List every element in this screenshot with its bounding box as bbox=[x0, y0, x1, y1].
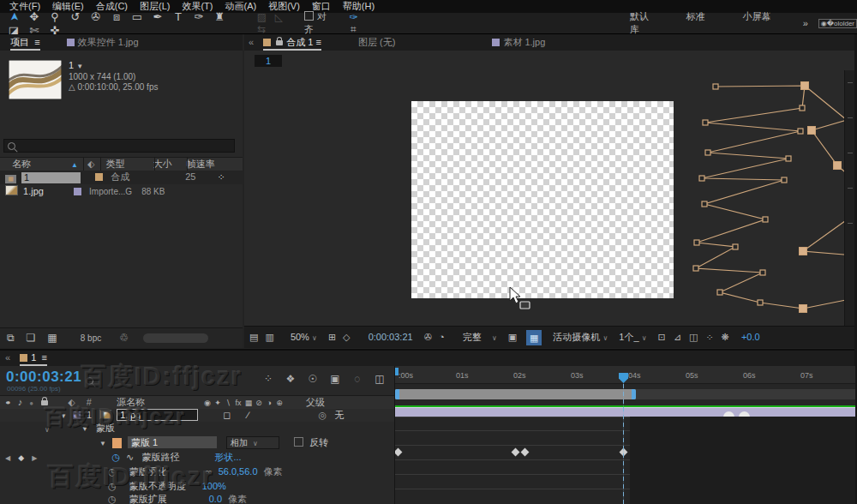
workspace-item[interactable]: 小屏幕 bbox=[724, 10, 790, 23]
camera-tool-icon[interactable]: ✇ bbox=[86, 10, 106, 23]
layer-switches[interactable]: ◻ ∕ bbox=[223, 410, 255, 420]
camera-dropdown[interactable]: 活动摄像机 ∨ bbox=[553, 332, 608, 342]
label-color[interactable] bbox=[95, 173, 103, 181]
layer-expander[interactable]: ▼ bbox=[60, 412, 67, 420]
collapse-icon[interactable]: « bbox=[249, 37, 254, 47]
text-tool-icon[interactable]: T bbox=[168, 10, 189, 23]
bit-depth-button[interactable]: 8 bpc bbox=[81, 333, 101, 343]
tab-footage[interactable]: 素材 1.jpg bbox=[492, 37, 545, 47]
mask-vertex[interactable] bbox=[713, 84, 718, 89]
mask-name[interactable]: 蒙版 1 bbox=[128, 436, 217, 448]
stopwatch-icon[interactable]: ◷ bbox=[108, 494, 117, 504]
panel-menu-icon[interactable]: ≡ bbox=[315, 37, 321, 47]
audio-column-icon[interactable]: ♪ bbox=[18, 397, 23, 407]
mask-vertex[interactable] bbox=[703, 120, 708, 125]
work-area-end-handle[interactable] bbox=[632, 389, 636, 399]
views-dropdown[interactable]: 1个_ ∨ bbox=[619, 332, 646, 342]
fx-switch-icon[interactable]: fx bbox=[233, 397, 243, 409]
new-composition-icon[interactable]: ▦ bbox=[47, 332, 69, 344]
mask-vertex[interactable] bbox=[733, 244, 738, 249]
keyframe-nav-next[interactable]: ▶ bbox=[32, 454, 37, 462]
align-toggle[interactable]: 对齐 bbox=[304, 10, 331, 36]
motion-blur-switch-icon[interactable]: ⊘ bbox=[254, 397, 264, 409]
col-name[interactable]: 名称 bbox=[12, 159, 31, 169]
mask-path-row[interactable]: ◀ ◆ ▶ ◷ ∿ 蒙版路径 形状... bbox=[0, 450, 394, 465]
mask-vertex[interactable] bbox=[717, 290, 722, 295]
comp-mini-flowchart-icon[interactable]: ⁘ bbox=[257, 373, 279, 385]
viewer-pasteboard[interactable] bbox=[244, 70, 854, 326]
mask-vertex[interactable] bbox=[702, 201, 707, 207]
workspace-item[interactable]: 标准 bbox=[668, 10, 724, 23]
mask-vertex[interactable] bbox=[786, 156, 791, 161]
folder-icon[interactable]: ❏ bbox=[27, 332, 48, 344]
keyframe-diamond[interactable] bbox=[394, 448, 402, 457]
label-color[interactable] bbox=[74, 188, 81, 195]
exposure-value[interactable]: +0.0 bbox=[741, 332, 760, 342]
sort-arrow-icon[interactable]: ▲ bbox=[71, 161, 78, 169]
adjustment-switch-icon[interactable]: ◑ bbox=[264, 397, 274, 409]
workspace-more-button[interactable]: » bbox=[803, 18, 808, 28]
work-area-track[interactable] bbox=[395, 389, 855, 399]
always-preview-icon[interactable]: ▤ bbox=[249, 332, 265, 342]
mask-path-keyframe-track[interactable] bbox=[395, 445, 855, 459]
magnification-dropdown[interactable]: 50% ∨ bbox=[291, 332, 317, 342]
mask-vertex[interactable] bbox=[798, 129, 803, 134]
layer-row[interactable]: ▼ 1 1.jpg ◻ ∕ ◎ 无 ∨ bbox=[0, 409, 394, 422]
mask-expander[interactable]: ▼ bbox=[99, 440, 106, 447]
footer-slider[interactable] bbox=[143, 333, 208, 343]
label-column-icon[interactable]: ⬖ bbox=[68, 397, 75, 407]
hand-tool-icon[interactable]: ✥ bbox=[24, 10, 45, 23]
view-layout-icon[interactable]: ⊡ bbox=[658, 332, 674, 342]
mask-mode-dropdown[interactable]: 相加∨ bbox=[226, 436, 279, 449]
rotate-tool-icon[interactable]: ↺ bbox=[65, 10, 86, 23]
parent-column[interactable]: 父级 bbox=[306, 397, 325, 407]
table-row[interactable]: 1.jpg Importe...G 88 KB bbox=[0, 185, 243, 199]
keyframe-diamond[interactable] bbox=[512, 448, 520, 457]
item-name-edit[interactable]: 1 bbox=[21, 172, 81, 183]
lock-icon[interactable] bbox=[276, 40, 283, 45]
mini-flowchart-icon[interactable]: ⁘ bbox=[705, 332, 721, 342]
viewer-timecode[interactable]: 0:00:03:21 bbox=[369, 332, 413, 342]
item-name[interactable]: 1.jpg bbox=[23, 186, 44, 196]
graph-icon[interactable]: ∿ bbox=[126, 452, 134, 462]
tab-layer[interactable]: 图层 (无) bbox=[358, 37, 395, 47]
timeline-search-icon[interactable] bbox=[86, 377, 93, 385]
motion-blur-icon[interactable]: ◌ bbox=[346, 373, 369, 385]
collapse-icon[interactable]: « bbox=[5, 352, 10, 363]
work-area-start-flag[interactable] bbox=[395, 368, 399, 375]
tab-composition[interactable]: 合成 1 ≡ bbox=[263, 37, 321, 51]
motion-sketch-icon[interactable]: ✑ bbox=[344, 11, 363, 23]
solo-column-icon[interactable]: ● bbox=[29, 399, 33, 407]
mask-expansion-row[interactable]: ◷ 蒙版扩展 0.0 像素 bbox=[0, 494, 394, 504]
draft-3d-icon[interactable]: ❖ bbox=[279, 373, 302, 385]
parent-dropdown[interactable]: 无 bbox=[334, 410, 344, 420]
keyframe-diamond[interactable] bbox=[521, 448, 530, 457]
brush-tool-icon[interactable]: ✑ bbox=[189, 10, 209, 23]
frame-blending-icon[interactable]: ▣ bbox=[324, 373, 346, 385]
link-icon[interactable]: ∞ bbox=[206, 466, 213, 477]
mask-vertex-selected[interactable] bbox=[800, 248, 807, 255]
pen-tool-icon[interactable]: ✒ bbox=[147, 10, 168, 23]
composition-canvas[interactable] bbox=[411, 101, 674, 298]
collapse-switch-icon[interactable]: ✦ bbox=[213, 397, 223, 409]
mask-invert-checkbox[interactable] bbox=[294, 437, 303, 447]
mask-opacity-row[interactable]: ◷ 蒙版不透明度 100% bbox=[0, 479, 394, 494]
snapshot-icon[interactable]: ✇ bbox=[424, 332, 439, 342]
roi-icon[interactable]: ▣ bbox=[508, 332, 517, 342]
mask1-row[interactable]: ▼ 蒙版 1 相加∨ 反转 bbox=[0, 435, 394, 450]
mask-vertex-selected[interactable] bbox=[801, 82, 809, 90]
mask-vertex[interactable] bbox=[694, 240, 699, 245]
flowchart-icon[interactable]: ⁘ bbox=[218, 171, 225, 182]
mask-vertex[interactable] bbox=[705, 150, 710, 155]
tab-project[interactable]: 项目 ≡ bbox=[10, 37, 40, 51]
resolution-dropdown[interactable]: 完整 ∨ bbox=[463, 332, 497, 342]
mask-vertex[interactable] bbox=[763, 217, 768, 222]
mask-vertex-selected[interactable] bbox=[834, 162, 842, 170]
table-row[interactable]: ▦ 1 合成 25 ⁘ bbox=[0, 171, 243, 184]
tab-timeline-comp[interactable]: 1 ≡ bbox=[20, 352, 47, 366]
video-column-icon[interactable]: ● bbox=[5, 398, 11, 406]
tab-effect-controls[interactable]: 效果控件 1.jpg bbox=[67, 37, 139, 47]
mask-vertex-selected[interactable] bbox=[800, 305, 807, 313]
trash-icon[interactable]: ♲ bbox=[119, 332, 129, 344]
playhead-line[interactable] bbox=[623, 376, 624, 504]
